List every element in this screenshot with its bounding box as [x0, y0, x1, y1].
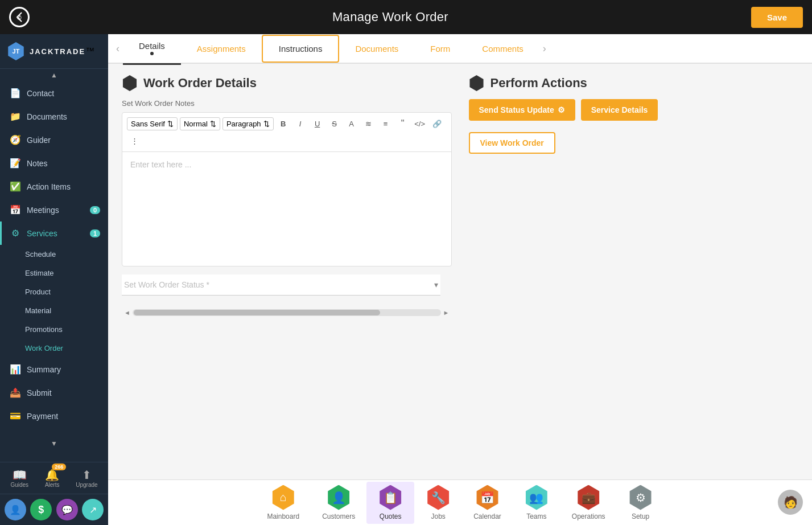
tab-label: Form [430, 44, 450, 54]
tab-prev-button[interactable]: ‹ [113, 43, 123, 55]
bottom-nav-row: 📖 Guides 🔔 266 Alerts ⬆ Upgrade [0, 462, 108, 494]
paragraph-chevron: ⇅ [263, 120, 270, 128]
services-icon: ⚙ [10, 228, 21, 239]
back-circle-icon [9, 7, 30, 27]
rich-text-editor: Sans Serif ⇅ Normal ⇅ Paragraph ⇅ [122, 112, 452, 266]
service-details-button[interactable]: Service Details [581, 99, 658, 121]
calendar-icon: 📅 [475, 485, 500, 510]
sidebar-item-label: Submit [27, 388, 52, 397]
sidebar-sub-product[interactable]: Product [0, 282, 108, 301]
sidebar-item-services[interactable]: ⚙ Services 1 [0, 222, 108, 245]
sidebar-sub-promotions[interactable]: Promotions [0, 320, 108, 339]
app-tab-calendar[interactable]: 📅 Calendar [462, 482, 513, 524]
paragraph-select[interactable]: Paragraph ⇅ [222, 117, 274, 130]
work-order-details-section: Work Order Details Set Work Order Notes … [122, 75, 452, 321]
guides-nav[interactable]: 📖 Guides [10, 468, 28, 488]
sidebar-item-label: Meetings [27, 206, 59, 215]
upgrade-nav[interactable]: ⬆ Upgrade [76, 468, 97, 488]
italic-button[interactable]: I [293, 116, 308, 131]
tab-next-button[interactable]: › [539, 43, 550, 55]
page-title: Manage Work Order [332, 10, 448, 24]
more-button[interactable]: ⋮ [127, 133, 142, 148]
sidebar-item-label: Payment [27, 412, 58, 421]
sidebar-item-payment[interactable]: 💳 Payment [0, 404, 108, 428]
meetings-badge: 0 [90, 206, 100, 214]
tab-label: Assignments [197, 44, 246, 54]
app-tab-quotes[interactable]: 📋 Quotes [366, 482, 414, 524]
payment-icon: 💳 [10, 411, 21, 421]
chat-button[interactable]: 💬 [56, 499, 78, 520]
sidebar-item-notes[interactable]: 📝 Notes [0, 151, 108, 175]
sidebar-item-guider[interactable]: 🧭 Guider [0, 128, 108, 151]
send-status-gear-icon: ⚙ [558, 105, 565, 114]
share-button[interactable]: ↗ [82, 499, 104, 520]
logo-area: JT JACKTRADE™ [0, 34, 108, 69]
svg-point-0 [10, 8, 28, 26]
sidebar-item-documents[interactable]: 📁 Documents [0, 105, 108, 128]
customers-icon: 👤 [326, 485, 351, 510]
chat-icon: 💬 [61, 505, 73, 515]
sidebar-sub-material[interactable]: Material [0, 301, 108, 320]
sidebar-item-contact[interactable]: 📄 Contact [0, 81, 108, 105]
tab-comments[interactable]: Comments [466, 36, 539, 63]
dollar-button[interactable]: $ [30, 499, 52, 520]
top-header: ○ ‹ Manage Work Order Save [0, 0, 812, 34]
sidebar-sub-work-order[interactable]: Work Order [0, 339, 108, 358]
guider-icon: 🧭 [10, 134, 21, 145]
sidebar-sub-schedule[interactable]: Schedule [0, 245, 108, 264]
sidebar-item-action-items[interactable]: ✅ Action Items [0, 175, 108, 198]
tab-instructions[interactable]: Instructions [262, 35, 340, 63]
sidebar-item-meetings[interactable]: 📅 Meetings 0 [0, 198, 108, 222]
status-dropdown-arrow: ▾ [434, 280, 438, 289]
app-tab-setup[interactable]: ⚙ Setup [617, 482, 665, 524]
sub-item-label: Estimate [25, 269, 54, 277]
app-label: Calendar [473, 512, 501, 520]
h-scroll-track[interactable] [133, 309, 441, 316]
bold-button[interactable]: B [276, 116, 291, 131]
app-tab-mainboard[interactable]: ⌂ Mainboard [255, 482, 311, 524]
app-tab-operations[interactable]: 💼 Operations [560, 482, 617, 524]
status-dropdown[interactable]: Set Work Order Status * ▾ [122, 274, 440, 296]
align-button[interactable]: ≡ [378, 116, 393, 131]
sidebar-scroll-up[interactable]: ▲ [50, 71, 59, 79]
strikethrough-button[interactable]: S [327, 116, 342, 131]
tab-documents[interactable]: Documents [339, 36, 414, 63]
sidebar-item-label: Summary [27, 365, 61, 374]
guides-icon: 📖 [13, 468, 27, 482]
person-button[interactable]: 👤 [5, 499, 26, 520]
h-scroll-left[interactable]: ◄ [122, 309, 133, 316]
quote-button[interactable]: " [395, 116, 410, 131]
alerts-nav[interactable]: 🔔 266 Alerts [45, 468, 60, 488]
send-status-update-button[interactable]: Send Status Update ⚙ [469, 99, 575, 121]
text-color-button[interactable]: A [344, 116, 359, 131]
sub-item-label: Material [25, 306, 51, 315]
user-avatar[interactable]: 🧑 [778, 490, 803, 515]
tab-details[interactable]: Details [123, 34, 181, 65]
sidebar-item-label: Notes [27, 159, 48, 168]
font-family-select[interactable]: Sans Serif ⇅ [127, 117, 178, 130]
sidebar-item-summary[interactable]: 📊 Summary [0, 358, 108, 381]
font-family-value: Sans Serif [131, 120, 165, 128]
font-size-select[interactable]: Normal ⇅ [180, 117, 220, 130]
rte-body[interactable]: Enter text here ... [122, 152, 451, 266]
services-badge: 1 [90, 229, 100, 237]
app-tab-customers[interactable]: 👤 Customers [311, 482, 366, 524]
underline-button[interactable]: U [310, 116, 325, 131]
save-button[interactable]: Save [751, 7, 803, 28]
sidebar-item-submit[interactable]: 📤 Submit [0, 381, 108, 404]
h-scroll-right[interactable]: ► [441, 309, 452, 316]
tab-form[interactable]: Form [414, 36, 466, 63]
view-work-order-button[interactable]: View Work Order [469, 132, 555, 154]
status-dropdown-label: Set Work Order Status * [124, 280, 434, 289]
code-button[interactable]: </> [413, 116, 427, 131]
app-tab-teams[interactable]: 👥 Teams [513, 482, 560, 524]
dollar-icon: $ [38, 504, 44, 516]
app-tab-jobs[interactable]: 🔧 Jobs [414, 482, 462, 524]
sidebar-scroll-down[interactable]: ▼ [50, 440, 59, 448]
highlight-button[interactable]: ≋ [361, 116, 376, 131]
link-button[interactable]: 🔗 [430, 116, 444, 131]
back-button[interactable]: ○ ‹ [9, 7, 30, 27]
teams-icon: 👥 [524, 485, 549, 510]
tab-assignments[interactable]: Assignments [181, 36, 262, 63]
sidebar-sub-estimate[interactable]: Estimate [0, 264, 108, 282]
